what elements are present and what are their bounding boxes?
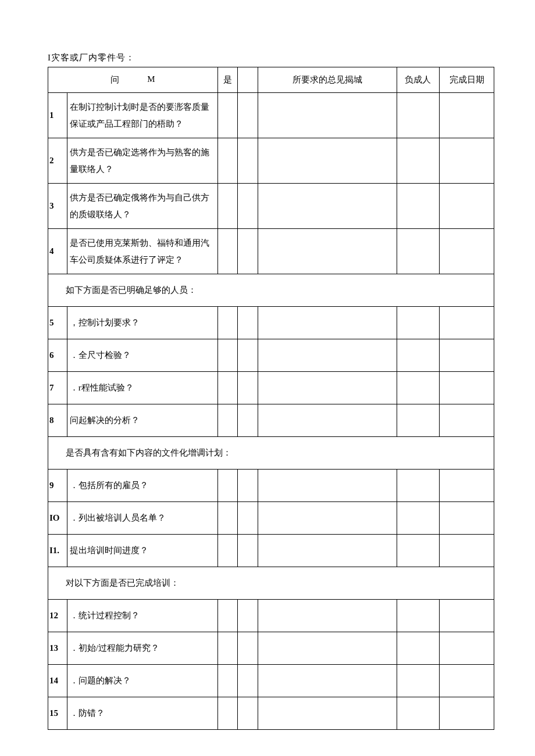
duedate-cell[interactable] — [440, 184, 494, 229]
owner-cell[interactable] — [397, 372, 439, 404]
duedate-cell[interactable] — [440, 697, 494, 730]
table-row: 3供方是否已确定俄将作为与自己供方的质锻联络人？ — [48, 184, 494, 229]
opinion-cell[interactable] — [258, 229, 397, 274]
no-cell[interactable] — [238, 404, 258, 437]
owner-cell[interactable] — [397, 93, 439, 138]
opinion-cell[interactable] — [258, 339, 397, 372]
duedate-cell[interactable] — [440, 229, 494, 274]
row-question: ．全尺寸检验？ — [67, 339, 217, 372]
table-row: 4是否已使用克莱斯勃、福特和通用汽车公司质疑体系进行了评定？ — [48, 229, 494, 274]
owner-cell[interactable] — [397, 404, 439, 437]
table-row: 1在制订控制计划时是否的要浵客质量保证或产品工程部门的梧助？ — [48, 93, 494, 138]
duedate-cell[interactable] — [440, 404, 494, 437]
opinion-cell[interactable] — [258, 470, 397, 502]
opinion-cell[interactable] — [258, 93, 397, 138]
opinion-cell[interactable] — [258, 535, 397, 567]
opinion-cell[interactable] — [258, 138, 397, 184]
no-cell[interactable] — [238, 307, 258, 339]
yes-cell[interactable] — [217, 600, 238, 632]
duedate-cell[interactable] — [440, 665, 494, 697]
duedate-cell[interactable] — [440, 307, 494, 339]
section-heading: 是否具有含有如下内容的文件化增调计划： — [48, 437, 494, 470]
no-cell[interactable] — [238, 535, 258, 567]
yes-cell[interactable] — [217, 502, 238, 535]
owner-cell[interactable] — [397, 229, 439, 274]
header-opinion: 所要求的总见揭城 — [258, 67, 397, 93]
no-cell[interactable] — [238, 138, 258, 184]
no-cell[interactable] — [238, 502, 258, 535]
yes-cell[interactable] — [217, 470, 238, 502]
duedate-cell[interactable] — [440, 93, 494, 138]
no-cell[interactable] — [238, 229, 258, 274]
yes-cell[interactable] — [217, 632, 238, 665]
opinion-cell[interactable] — [258, 697, 397, 730]
table-row: 如下方面是否已明确足够的人员： — [48, 274, 494, 307]
no-cell[interactable] — [238, 632, 258, 665]
owner-cell[interactable] — [397, 600, 439, 632]
duedate-cell[interactable] — [440, 502, 494, 535]
owner-cell[interactable] — [397, 184, 439, 229]
owner-cell[interactable] — [397, 632, 439, 665]
duedate-cell[interactable] — [440, 470, 494, 502]
yes-cell[interactable] — [217, 535, 238, 567]
owner-cell[interactable] — [397, 307, 439, 339]
opinion-cell[interactable] — [258, 632, 397, 665]
yes-cell[interactable] — [217, 372, 238, 404]
yes-cell[interactable] — [217, 665, 238, 697]
row-question: ．初始/过程能力研究？ — [67, 632, 217, 665]
row-number: 3 — [48, 184, 67, 229]
opinion-cell[interactable] — [258, 404, 397, 437]
owner-cell[interactable] — [397, 697, 439, 730]
no-cell[interactable] — [238, 339, 258, 372]
owner-cell[interactable] — [397, 470, 439, 502]
no-cell[interactable] — [238, 665, 258, 697]
header-owner: 负成人 — [397, 67, 439, 93]
yes-cell[interactable] — [217, 93, 238, 138]
yes-cell[interactable] — [217, 138, 238, 184]
yes-cell[interactable] — [217, 307, 238, 339]
opinion-cell[interactable] — [258, 502, 397, 535]
top-label: I灾客或厂内零件号： — [48, 52, 494, 63]
yes-cell[interactable] — [217, 404, 238, 437]
row-number: 5 — [48, 307, 67, 339]
table-row: 7．r程性能试验？ — [48, 372, 494, 404]
yes-cell[interactable] — [217, 184, 238, 229]
row-number: 6 — [48, 339, 67, 372]
duedate-cell[interactable] — [440, 138, 494, 184]
opinion-cell[interactable] — [258, 184, 397, 229]
duedate-cell[interactable] — [440, 600, 494, 632]
row-number: 15 — [48, 697, 67, 730]
row-number: 7 — [48, 372, 67, 404]
opinion-cell[interactable] — [258, 307, 397, 339]
no-cell[interactable] — [238, 600, 258, 632]
duedate-cell[interactable] — [440, 372, 494, 404]
no-cell[interactable] — [238, 184, 258, 229]
duedate-cell[interactable] — [440, 632, 494, 665]
yes-cell[interactable] — [217, 229, 238, 274]
no-cell[interactable] — [238, 93, 258, 138]
no-cell[interactable] — [238, 470, 258, 502]
row-question: ．统计过程控制？ — [67, 600, 217, 632]
owner-cell[interactable] — [397, 339, 439, 372]
table-row: 对以下方面是否已完成培训： — [48, 567, 494, 600]
duedate-cell[interactable] — [440, 535, 494, 567]
opinion-cell[interactable] — [258, 372, 397, 404]
no-cell[interactable] — [238, 372, 258, 404]
row-number: 13 — [48, 632, 67, 665]
owner-cell[interactable] — [397, 535, 439, 567]
owner-cell[interactable] — [397, 138, 439, 184]
row-question: 供方是否已确定俄将作为与自己供方的质锻联络人？ — [67, 184, 217, 229]
duedate-cell[interactable] — [440, 339, 494, 372]
table-row: 14．问题的解决？ — [48, 665, 494, 697]
table-row: I1.提出培训时间进度？ — [48, 535, 494, 567]
table-row: IO．列出被培训人员名单？ — [48, 502, 494, 535]
owner-cell[interactable] — [397, 502, 439, 535]
yes-cell[interactable] — [217, 697, 238, 730]
table-row: 9．包括所有的雇员？ — [48, 470, 494, 502]
yes-cell[interactable] — [217, 339, 238, 372]
no-cell[interactable] — [238, 697, 258, 730]
opinion-cell[interactable] — [258, 665, 397, 697]
opinion-cell[interactable] — [258, 600, 397, 632]
checklist-table: 问 M 是 所要求的总见揭城 负成人 完成日期 1在制订控制计划时是否的要浵客质… — [48, 67, 494, 730]
owner-cell[interactable] — [397, 665, 439, 697]
